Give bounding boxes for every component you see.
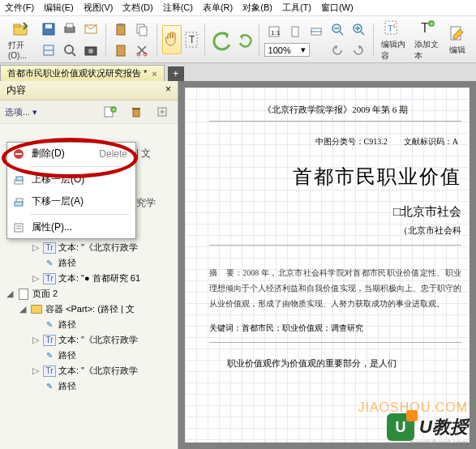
scan-button[interactable] <box>39 41 58 60</box>
email-button[interactable] <box>81 19 101 39</box>
tree-text-item[interactable]: ▷Tr文本: "《北京行政学 <box>2 363 176 378</box>
add-text-button[interactable]: T+ <box>414 17 439 38</box>
ctx-properties[interactable]: 属性(P)... <box>7 216 135 238</box>
tree-path-item[interactable]: ✎路径 <box>2 378 176 394</box>
svg-point-12 <box>88 49 93 53</box>
svg-rect-1 <box>14 24 20 27</box>
open-button[interactable] <box>11 19 31 39</box>
tree-part-container[interactable]: ◢容器 <Part>: (路径 | 文 <box>2 301 176 317</box>
document-tab[interactable]: 首都市民职业价值观状况研究报告 * × <box>0 65 165 81</box>
properties-icon <box>12 221 25 234</box>
zoom-combo[interactable]: 100%▾ <box>264 43 310 57</box>
new-tab-button[interactable]: + <box>168 66 184 81</box>
tree-path-item[interactable]: ✎路径 <box>2 255 176 271</box>
menu-bar: 文件(F) 编辑(E) 视图(V) 文档(D) 注释(C) 表单(R) 对象(B… <box>0 0 476 16</box>
snapshot-button[interactable] <box>81 41 101 60</box>
rotate-right-button[interactable] <box>349 41 368 60</box>
sidebar-options-row: 选项... ▾ + <box>0 100 178 124</box>
expand-icon[interactable] <box>152 103 173 121</box>
svg-text:T: T <box>421 21 429 35</box>
open-label: 打开(O)... <box>8 40 34 60</box>
content-sidebar: 内容 × 选项... ▾ + | 文 究学 续)... ▷Tr文本: "《北京行… <box>0 81 178 449</box>
document-tab-bar: 首都市民职业价值观状况研究报告 * × + <box>0 63 476 81</box>
ctx-delete[interactable]: 删除(D)Delete <box>7 143 135 165</box>
obscured-text: | 文 究学 <box>136 142 156 215</box>
sidebar-title: 内容 <box>6 83 26 97</box>
zoom-out-button[interactable] <box>328 19 347 39</box>
delete-item-icon[interactable] <box>126 103 147 121</box>
svg-text:I: I <box>393 23 395 30</box>
menu-comment[interactable]: 注释(C) <box>163 2 193 14</box>
fit-page-button[interactable] <box>285 22 305 41</box>
edit-content-label: 编辑内容 <box>381 39 405 62</box>
cut-button[interactable] <box>132 41 152 60</box>
add-text-label: 添加文本 <box>414 39 439 62</box>
clipboard-button[interactable] <box>111 19 131 39</box>
svg-rect-3 <box>45 24 52 28</box>
tree-page-item[interactable]: ◢页面 2 <box>2 286 176 301</box>
tree-text-item[interactable]: ▷Tr文本: "《北京行政学 <box>2 240 176 255</box>
page-journal-header: 《北京行政学院学报》2009 年第 6 期 <box>209 104 461 116</box>
svg-rect-51 <box>15 202 23 206</box>
paste-button[interactable] <box>111 41 131 60</box>
search-button[interactable] <box>60 41 79 60</box>
svg-line-28 <box>340 32 343 35</box>
svg-rect-52 <box>15 224 23 232</box>
fit-width-button[interactable] <box>307 22 326 41</box>
text-select-button[interactable]: T <box>183 30 199 49</box>
page-subtitle: □北京市社会 <box>209 204 461 220</box>
edit-mode-label: 编辑 <box>449 45 465 56</box>
tree-text-item[interactable]: ▷Tr文本: "● 首都研究 61 <box>2 271 176 286</box>
options-dropdown[interactable]: 选项... ▾ <box>5 106 37 118</box>
layer-down-icon <box>12 195 25 208</box>
svg-rect-43 <box>133 109 139 117</box>
layer-up-icon <box>12 173 25 186</box>
new-item-icon[interactable]: + <box>100 103 121 121</box>
copy-button[interactable] <box>132 19 152 39</box>
zoom-in-button[interactable] <box>349 19 368 39</box>
tree-path-item[interactable]: ✎路径 <box>2 317 176 332</box>
menu-window[interactable]: 窗口(W) <box>321 2 354 14</box>
svg-text:+: + <box>112 106 116 113</box>
edit-content-button[interactable]: TI <box>381 17 405 38</box>
svg-rect-24 <box>292 27 298 36</box>
svg-line-32 <box>361 32 364 35</box>
svg-rect-5 <box>66 24 73 28</box>
close-tab-icon[interactable]: × <box>152 69 157 79</box>
context-menu: 删除(D)Delete 上移一层(O) 下移一层(A) 属性(P)... <box>6 142 136 239</box>
tree-text-item[interactable]: ▷Tr文本: "《北京行政学 <box>2 332 176 348</box>
actual-size-button[interactable]: 1:1 <box>264 22 284 41</box>
svg-text:+: + <box>430 20 434 28</box>
page-keywords: 关键词：首都市民；职业价值观；调查研究 <box>209 323 461 334</box>
svg-rect-16 <box>139 27 147 36</box>
svg-line-10 <box>72 53 75 56</box>
page-affiliation: （北京市社会科 <box>209 224 461 237</box>
svg-rect-49 <box>16 177 23 181</box>
print-button[interactable] <box>60 19 79 39</box>
undo-button[interactable] <box>210 27 234 53</box>
rotate-left-button[interactable] <box>328 41 347 60</box>
menu-edit[interactable]: 编辑(E) <box>44 2 74 14</box>
tree-path-item[interactable]: ✎路径 <box>2 348 176 363</box>
menu-file[interactable]: 文件(F) <box>5 2 34 14</box>
page-body-text: 职业价值观作为价值观的重要部分，是人们 <box>209 357 461 370</box>
sidebar-close-icon[interactable]: × <box>165 83 171 97</box>
save-button[interactable] <box>39 19 58 39</box>
redo-button[interactable] <box>236 30 254 49</box>
page-abstract: 摘 要：2008 年，北京市社会科学院对首都市民职业价值定性、职业理想倾向于个人… <box>209 265 461 311</box>
svg-text:1:1: 1:1 <box>271 29 281 36</box>
ctx-move-down[interactable]: 下移一层(A) <box>7 190 135 212</box>
ctx-move-up[interactable]: 上移一层(O) <box>7 169 135 190</box>
edit-mode-button[interactable] <box>447 23 468 44</box>
menu-document[interactable]: 文档(D) <box>122 2 152 14</box>
document-viewport[interactable]: 《北京行政学院学报》2009 年第 6 期 中图分类号：C913.2 文献标识码… <box>178 81 476 449</box>
main-toolbar: 打开(O)... T 1:1 <box>0 16 476 63</box>
watermark-logo-icon: U <box>387 413 414 441</box>
menu-form[interactable]: 表单(R) <box>203 2 233 14</box>
page-title: 首都市民职业价值 <box>209 164 461 190</box>
menu-object[interactable]: 对象(B) <box>242 2 272 14</box>
menu-view[interactable]: 视图(V) <box>84 2 114 14</box>
svg-rect-44 <box>132 108 140 109</box>
menu-tools[interactable]: 工具(T) <box>282 2 311 14</box>
hand-tool-button[interactable] <box>162 25 182 54</box>
